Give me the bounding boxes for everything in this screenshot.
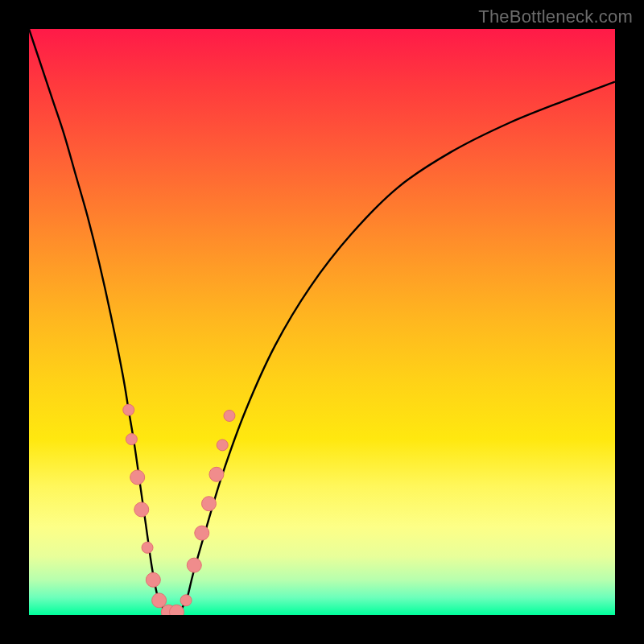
bead: [195, 526, 209, 540]
bead: [187, 558, 201, 572]
bead: [217, 440, 228, 451]
bead: [180, 595, 192, 606]
bead: [224, 410, 235, 421]
bead: [152, 593, 167, 608]
bead: [134, 502, 149, 517]
bead: [142, 542, 153, 553]
bead: [130, 470, 145, 485]
watermark-text: TheBottleneck.com: [478, 6, 633, 27]
bead: [123, 404, 134, 415]
bead: [201, 497, 216, 511]
bead-cluster: [29, 29, 615, 615]
plot-area: [29, 29, 615, 615]
bead: [146, 572, 160, 587]
bead: [126, 434, 137, 445]
bead: [169, 605, 184, 615]
bead: [209, 467, 224, 481]
